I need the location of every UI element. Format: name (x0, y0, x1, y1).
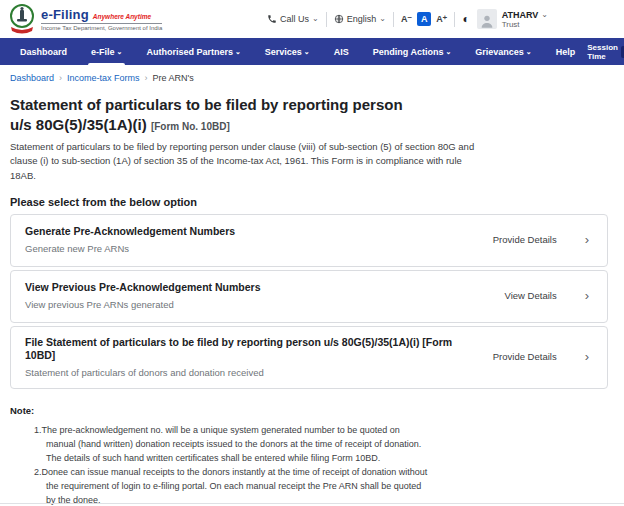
font-increase-button[interactable]: A⁺ (436, 14, 447, 24)
nav-item-grievances[interactable]: Grievances ⌄ (463, 38, 543, 65)
nav-item-help[interactable]: Help (544, 38, 588, 65)
breadcrumb-current: Pre ARN's (153, 73, 194, 83)
nav-item-ais[interactable]: AIS (322, 38, 361, 65)
font-normal-button[interactable]: A (417, 12, 431, 26)
nav-item-efile[interactable]: e-File ⌄ (79, 38, 134, 65)
chevron-down-icon: ⌄ (304, 48, 310, 55)
breadcrumb-separator-icon: › (145, 73, 148, 83)
card-text: Generate Pre-Acknowledgement Numbers Gen… (25, 225, 235, 254)
divider (326, 12, 327, 27)
note-section: Note: The pre-acknowledgement no. will b… (10, 405, 614, 506)
page-title: Statement of particulars to be filed by … (10, 95, 490, 134)
divider (454, 12, 455, 27)
page-description: Statement of particulars to be filed by … (10, 140, 488, 183)
note-item: The pre-acknowledgement no. will be a un… (34, 424, 430, 466)
nav-item-services[interactable]: Services ⌄ (253, 38, 322, 65)
nav-item-dashboard[interactable]: Dashboard (8, 38, 79, 65)
nav-item-label: Authorised Partners (146, 47, 233, 57)
card-text: File Statement of particulars to be file… (25, 336, 455, 378)
avatar (477, 9, 497, 29)
chevron-down-icon: ⌄ (541, 11, 548, 19)
card-subtitle: Statement of particulars of donors and d… (25, 367, 455, 378)
card-subtitle: View previous Pre ARNs generated (25, 299, 261, 310)
nav-item-authorised-partners[interactable]: Authorised Partners ⌄ (134, 38, 252, 65)
divider (393, 12, 394, 27)
brand-name: e-Filing (41, 7, 89, 22)
card-title: File Statement of particulars to be file… (25, 336, 455, 363)
main-navbar: Dashboard e-File ⌄ Authorised Partners ⌄… (0, 38, 624, 65)
card-right: Provide Details › (493, 233, 593, 246)
chevron-down-icon: ⌄ (445, 48, 451, 55)
nav-item-label: Help (556, 47, 576, 57)
language-label: English (347, 14, 377, 24)
nav-item-label: Pending Actions (373, 47, 444, 57)
language-menu[interactable]: English ⌄ (334, 14, 386, 24)
chevron-right-icon[interactable]: › (585, 233, 589, 246)
chevron-down-icon: ⌄ (312, 15, 319, 23)
user-meta: ATHARV ⌄ Trust (502, 10, 548, 29)
card-generate-pre-arn[interactable]: Generate Pre-Acknowledgement Numbers Gen… (10, 214, 608, 267)
nav-item-label: Grievances (475, 47, 524, 57)
user-menu[interactable]: ATHARV ⌄ Trust (477, 9, 548, 29)
provide-details-link[interactable]: Provide Details (493, 351, 557, 362)
breadcrumb-dashboard[interactable]: Dashboard (10, 73, 54, 83)
form-number: [Form No. 10BD] (151, 121, 230, 132)
page: e-Filing Anywhere Anytime Income Tax Dep… (0, 0, 624, 506)
note-heading: Note: (10, 405, 614, 416)
font-size-controls: A⁻ A A⁺ (401, 12, 448, 26)
logo-text: e-Filing Anywhere Anytime Income Tax Dep… (41, 7, 162, 31)
page-title-line2: u/s 80G(5)/35(1A)(i) (10, 116, 147, 133)
call-us-menu[interactable]: Call Us ⌄ (267, 14, 319, 24)
view-details-link[interactable]: View Details (505, 290, 557, 301)
card-right: View Details › (505, 289, 593, 302)
phone-icon (267, 14, 277, 24)
page-title-line1: Statement of particulars to be filed by … (10, 96, 403, 113)
card-view-previous-pre-arn[interactable]: View Previous Pre-Acknowledgement Number… (10, 270, 608, 323)
user-role: Trust (502, 20, 548, 29)
card-subtitle: Generate new Pre ARNs (25, 243, 235, 254)
option-cards: Generate Pre-Acknowledgement Numbers Gen… (10, 214, 608, 389)
provide-details-link[interactable]: Provide Details (493, 234, 557, 245)
breadcrumb-separator-icon: › (59, 73, 62, 83)
call-us-label: Call Us (280, 14, 309, 24)
user-name: ATHARV (502, 10, 539, 20)
globe-icon (334, 14, 344, 24)
card-title: Generate Pre-Acknowledgement Numbers (25, 225, 235, 239)
note-item: Donee can issue manual receipts to the d… (34, 466, 430, 506)
session-time-label: Session Time (587, 43, 618, 61)
chevron-right-icon[interactable]: › (585, 350, 589, 363)
card-right: Provide Details › (493, 350, 593, 363)
card-text: View Previous Pre-Acknowledgement Number… (25, 281, 261, 310)
breadcrumb-income-tax-forms[interactable]: Income-tax Forms (67, 73, 140, 83)
chevron-right-icon[interactable]: › (585, 289, 589, 302)
contrast-toggle-icon[interactable]: ◐ (462, 13, 469, 25)
card-title: View Previous Pre-Acknowledgement Number… (25, 281, 261, 295)
card-file-form-10bd[interactable]: File Statement of particulars to be file… (10, 326, 608, 389)
breadcrumb: Dashboard › Income-tax Forms › Pre ARN's (0, 65, 624, 89)
session-timer: Session Time 1 0 (587, 43, 624, 61)
chevron-down-icon: ⌄ (235, 48, 241, 55)
brand-subtitle: Income Tax Department, Government of Ind… (41, 25, 162, 31)
nav-item-label: AIS (334, 47, 349, 57)
chevron-down-icon: ⌄ (117, 48, 123, 55)
national-emblem-icon (8, 3, 36, 35)
brand-tagline: Anywhere Anytime (93, 13, 151, 20)
main-content: Statement of particulars to be filed by … (0, 89, 624, 506)
efiling-logo[interactable]: e-Filing Anywhere Anytime Income Tax Dep… (8, 3, 162, 35)
nav-item-label: Services (265, 47, 302, 57)
note-list: The pre-acknowledgement no. will be a un… (10, 424, 430, 506)
select-option-heading: Please select from the below option (10, 196, 614, 208)
header-controls: Call Us ⌄ English ⌄ A⁻ A A⁺ (267, 9, 548, 29)
header: e-Filing Anywhere Anytime Income Tax Dep… (0, 0, 624, 38)
nav-item-label: e-File (91, 47, 115, 57)
chevron-down-icon: ⌄ (526, 48, 532, 55)
chevron-down-icon: ⌄ (379, 15, 386, 23)
nav-item-pending-actions[interactable]: Pending Actions ⌄ (361, 38, 464, 65)
bottom-divider (0, 503, 624, 504)
nav-item-label: Dashboard (20, 47, 67, 57)
font-decrease-button[interactable]: A⁻ (401, 14, 412, 24)
